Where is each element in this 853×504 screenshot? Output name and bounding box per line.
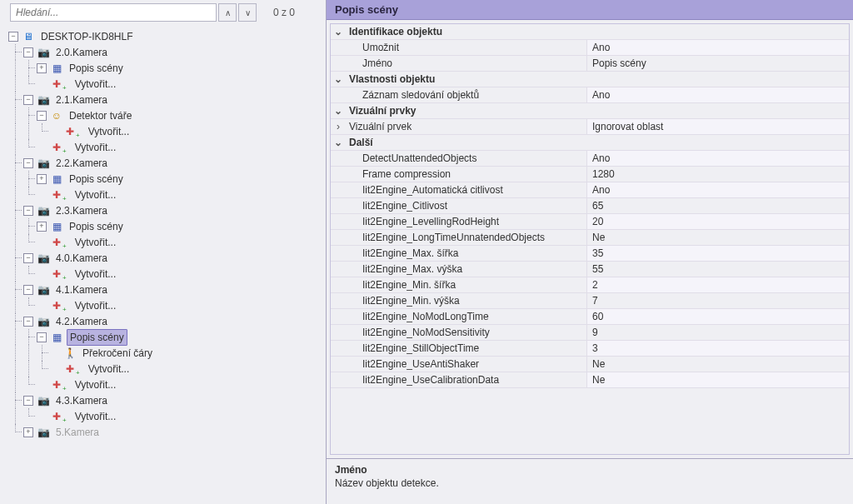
prop-enable[interactable]: UmožnitAno [331,40,849,56]
expander-icon[interactable]: − [23,158,33,168]
tree-scene-42[interactable]: − ▦ Popis scény [8,329,322,345]
scene-icon: ▦ [50,172,63,186]
create-icon: ✚ [50,410,63,423]
expander-icon[interactable]: − [8,32,18,42]
search-input[interactable] [10,3,217,22]
prop-nms[interactable]: Iit2Engine_NoModSensitivity9 [331,325,849,341]
chevron-down-icon[interactable]: ⌄ [331,72,346,87]
prop-minh[interactable]: Iit2Engine_Min. výška7 [331,293,849,309]
prop-ltuo[interactable]: Iit2Engine_LongTimeUnnatendedObjectsNe [331,230,849,246]
expander-icon[interactable]: + [37,63,47,73]
tree-create-40[interactable]: ✚+ Vytvořit... [8,266,322,282]
tree-item-label: Vytvořit... [72,298,119,313]
prop-maxh[interactable]: Iit2Engine_Max. výška55 [331,262,849,277]
camera-icon: 📷 [37,93,50,107]
create-icon: ✚ [63,362,77,376]
expander-icon[interactable]: − [23,285,33,295]
expander-icon[interactable]: − [23,253,33,263]
create-icon: ✚ [50,378,63,392]
prop-ac[interactable]: Iit2Engine_Automatická citlivostAno [331,182,849,198]
prop-fc[interactable]: Frame compression1280 [331,167,849,182]
expander-icon[interactable]: − [37,332,47,342]
expander-icon[interactable]: + [37,222,47,232]
prop-maxw[interactable]: Iit2Engine_Max. šířka35 [331,246,849,262]
tree-camera-5[interactable]: + 📷 5.Kamera [8,424,322,440]
tree-item-label: Popis scény [67,219,126,234]
tree-camera-40[interactable]: − 📷 4.0.Kamera [8,250,322,266]
tree-camera-22[interactable]: − 📷 2.2.Kamera [8,155,322,171]
camera-icon: 📷 [37,315,50,328]
expander-icon[interactable]: + [37,174,47,184]
object-tree[interactable]: − 🖥 DESKTOP-IKD8HLF − 📷 2.0.Kamera + ▦ P… [0,25,326,504]
expander-icon[interactable]: − [37,111,47,121]
category-label: Identifikace objektu [346,24,849,39]
chevron-right-icon[interactable]: › [331,119,346,134]
create-icon: ✚ [50,188,63,202]
tree-item-label: Vytvořit... [86,124,132,139]
tree-item-label: 2.2.Kamera [53,156,110,171]
tree-create-43[interactable]: ✚+ Vytvořit... [8,408,322,424]
prop-nmlt[interactable]: Iit2Engine_NoModLongTime60 [331,309,849,325]
tree-item-label: 5.Kamera [53,425,102,440]
prop-cit[interactable]: Iit2Engine_Citlivost65 [331,198,849,214]
scene-icon: ▦ [50,62,63,75]
tree-create-42a[interactable]: ✚+ Vytvořit... [8,361,322,377]
camera-icon: 📷 [37,204,50,217]
tree-facedet[interactable]: − ☺ Detektor tváře [8,107,322,123]
tree-create-21b[interactable]: ✚+ Vytvořit... [8,139,322,155]
tree-create-23[interactable]: ✚+ Vytvořit... [8,234,322,250]
search-prev-button[interactable]: ∧ [218,3,237,22]
tree-create-42b[interactable]: ✚+ Vytvořit... [8,377,322,392]
tree-scene-23[interactable]: + ▦ Popis scény [8,218,322,234]
tree-crossline[interactable]: 🚶 Překročení čáry [8,345,322,361]
category-visual[interactable]: ⌄ Vizuální prvky [331,103,849,119]
prop-minw[interactable]: Iit2Engine_Min. šířka2 [331,277,849,293]
category-identification[interactable]: ⌄ Identifikace objektu [331,24,849,40]
camera-icon: 📷 [37,283,50,297]
prop-name[interactable]: JménoPopis scény [331,56,849,72]
prop-visual-element[interactable]: ›Vizuální prvekIgnorovat oblast [331,119,849,135]
property-grid[interactable]: ⌄ Identifikace objektu UmožnitAno JménoP… [330,23,850,455]
prop-ucd[interactable]: Iit2Engine_UseCalibrationDataNe [331,372,849,388]
expander-icon[interactable]: − [23,396,33,406]
chevron-down-icon[interactable]: ⌄ [331,103,346,118]
tree-item-label: Vytvořit... [72,77,119,92]
tree-camera-23[interactable]: − 📷 2.3.Kamera [8,202,322,218]
category-label: Další [346,135,849,150]
prop-tracking[interactable]: Záznam sledování objektůAno [331,87,849,103]
tree-camera-21[interactable]: − 📷 2.1.Kamera [8,92,322,107]
tree-item-label: Vytvořit... [72,377,119,392]
expander-icon[interactable]: − [23,206,33,216]
prop-uas[interactable]: Iit2Engine_UseAntiShakerNe [331,357,849,372]
category-properties[interactable]: ⌄ Vlastnosti objektu [331,72,849,87]
tree-item-label: 4.2.Kamera [53,314,110,329]
tree-create-20[interactable]: ✚+ Vytvořit... [8,76,322,92]
chevron-down-icon[interactable]: ⌄ [331,24,346,39]
tree-camera-41[interactable]: − 📷 4.1.Kamera [8,282,322,297]
tree-item-label: Detektor tváře [67,108,134,123]
tree-item-label: 4.3.Kamera [53,393,110,408]
expander-icon[interactable]: − [23,95,33,105]
tree-camera-42[interactable]: − 📷 4.2.Kamera [8,313,322,329]
expander-icon[interactable]: − [23,47,33,57]
expander-icon[interactable]: − [23,317,33,327]
prop-duo[interactable]: DetectUnattendedObjectsAno [331,151,849,167]
expander-icon[interactable]: + [23,427,33,437]
tree-camera-43[interactable]: − 📷 4.3.Kamera [8,392,322,408]
category-other[interactable]: ⌄ Další [331,135,849,151]
tree-scene-22[interactable]: + ▦ Popis scény [8,171,322,187]
tree-item-label: Vytvořit... [72,235,119,250]
create-icon: ✚ [50,299,63,312]
panel-title: Popis scény [327,0,853,20]
tree-item-label: Vytvořit... [72,187,119,202]
prop-sot[interactable]: Iit2Engine_StillObjectTime3 [331,341,849,357]
search-next-button[interactable]: ∨ [238,3,257,22]
tree-root[interactable]: − 🖥 DESKTOP-IKD8HLF [8,28,322,44]
tree-create-41[interactable]: ✚+ Vytvořit... [8,297,322,313]
tree-scene-20[interactable]: + ▦ Popis scény [8,60,322,76]
tree-camera-20[interactable]: − 📷 2.0.Kamera [8,44,322,60]
tree-create-22[interactable]: ✚+ Vytvořit... [8,187,322,202]
prop-lrh[interactable]: Iit2Engine_LevellingRodHeight20 [331,214,849,230]
chevron-down-icon[interactable]: ⌄ [331,135,346,150]
tree-create-21a[interactable]: ✚+ Vytvořit... [8,123,322,139]
